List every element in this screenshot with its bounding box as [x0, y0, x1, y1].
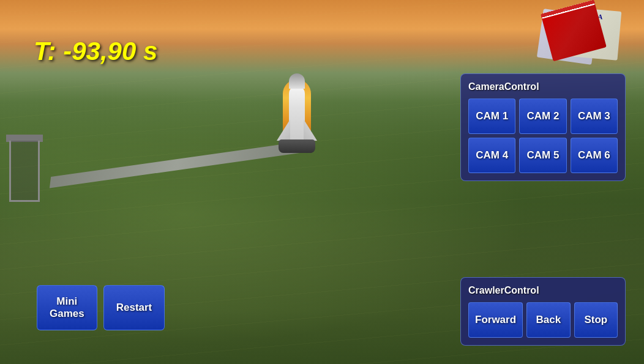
- bottom-buttons: MiniGames Restart: [37, 285, 165, 330]
- stop-button[interactable]: Stop: [574, 302, 618, 338]
- timer-display: T: -93,90 s: [34, 37, 157, 66]
- cam2-button[interactable]: CAM 2: [519, 98, 566, 134]
- restart-button[interactable]: Restart: [103, 285, 165, 330]
- launch-structure: [6, 135, 49, 208]
- crawler-button-grid: Forward Back Stop: [468, 302, 618, 338]
- minigames-button[interactable]: MiniGames: [37, 285, 97, 330]
- cam6-button[interactable]: CAM 6: [571, 138, 618, 173]
- crawler-control-title: CrawlerControl: [468, 285, 618, 296]
- camera-control-panel: CameraControl CAM 1 CAM 2 CAM 3 CAM 4 CA…: [460, 73, 626, 181]
- cam1-button[interactable]: CAM 1: [468, 98, 515, 134]
- cam3-button[interactable]: CAM 3: [571, 98, 618, 134]
- nasa-cards: NASA: [503, 6, 626, 67]
- camera-button-grid: CAM 1 CAM 2 CAM 3 CAM 4 CAM 5 CAM 6: [468, 98, 618, 173]
- cam4-button[interactable]: CAM 4: [468, 138, 515, 173]
- forward-button[interactable]: Forward: [468, 302, 523, 338]
- camera-control-title: CameraControl: [468, 81, 618, 92]
- back-button[interactable]: Back: [526, 302, 570, 338]
- shuttle: [275, 73, 318, 153]
- crawler-control-panel: CrawlerControl Forward Back Stop: [460, 277, 626, 346]
- cam5-button[interactable]: CAM 5: [519, 138, 566, 173]
